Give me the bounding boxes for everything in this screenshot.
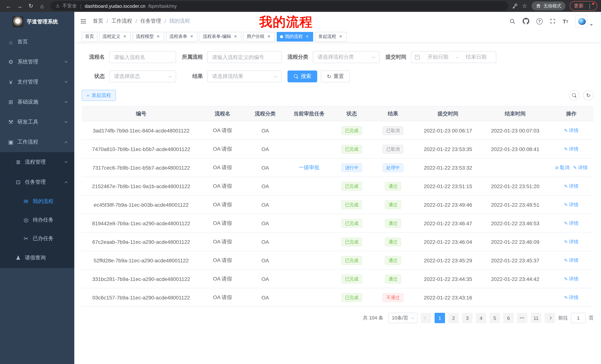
filter-status: 状态 请选择状态 — [82, 70, 176, 82]
prev-page-button[interactable] — [421, 313, 431, 323]
detail-link[interactable]: ✎详情 — [564, 146, 579, 152]
goto-page-input[interactable] — [571, 313, 586, 323]
page-button-2[interactable]: 2 — [448, 313, 459, 323]
close-icon[interactable]: × — [305, 34, 310, 39]
status-select[interactable]: 请选择状态 — [109, 70, 176, 82]
detail-link[interactable]: ✎详情 — [564, 257, 579, 264]
browser-menu-kebab-icon[interactable]: ⋮ — [587, 3, 593, 9]
sidebar-item-process-management[interactable]: ≣ 流程管理 — [0, 152, 74, 172]
detail-link[interactable]: ✎详情 — [564, 183, 579, 189]
incognito-badge: 无痕模式 — [531, 1, 565, 10]
breadcrumb-workflow[interactable]: 工作流程 — [111, 18, 132, 25]
sidebar-item-payment-management[interactable]: ¥ 支付管理 — [0, 72, 74, 92]
github-icon[interactable] — [522, 18, 529, 25]
page-button-5[interactable]: 5 — [490, 313, 500, 323]
user-menu[interactable] — [575, 15, 593, 28]
page-size-select[interactable]: 10条/页 — [388, 313, 418, 323]
font-size-icon[interactable]: TT — [562, 18, 568, 24]
close-icon[interactable]: × — [233, 34, 238, 39]
process-id: 331bc281-7b9a-11ec-a290-acde48001122 — [92, 276, 190, 282]
detail-link[interactable]: ✎详情 — [564, 294, 579, 301]
start-process-button[interactable]: + 发起流程 — [82, 90, 116, 101]
sidebar-item-done-tasks[interactable]: ✂ 已办任务 — [0, 229, 74, 248]
select-placeholder: 请选择流程分类 — [318, 54, 354, 60]
page-content: 流程名 所属流程 流程分类 请选择流程分类 — [74, 43, 601, 364]
tab-process-definition[interactable]: 流程定义 × — [99, 32, 131, 41]
browser-back-icon[interactable]: ← — [4, 1, 13, 11]
search-button[interactable]: 搜索 — [288, 70, 317, 82]
page-button-1[interactable]: 1 — [435, 313, 445, 323]
tab-user-group[interactable]: 用户分组 × — [243, 32, 275, 41]
category-select[interactable]: 请选择流程分类 — [313, 51, 380, 63]
detail-link[interactable]: ✎详情 — [573, 164, 588, 171]
detail-link[interactable]: ✎详情 — [564, 127, 579, 134]
sidebar-item-system-management[interactable]: ⚙ 系统管理 — [0, 52, 74, 72]
detail-link[interactable]: ✎详情 — [564, 276, 579, 282]
sidebar-toggle-icon[interactable] — [80, 18, 87, 25]
bookmark-star-icon[interactable]: ☆ — [522, 3, 527, 9]
page-button-6[interactable]: 6 — [503, 313, 514, 323]
sidebar-item-infrastructure[interactable]: ⊞ 基础设施 — [0, 92, 74, 112]
browser-home-icon[interactable]: ⌂ — [37, 1, 47, 11]
close-icon[interactable]: × — [266, 34, 271, 39]
browser-reload-icon[interactable]: ↻ — [26, 1, 36, 11]
edit-icon: ✎ — [564, 239, 568, 244]
next-page-button[interactable] — [545, 313, 555, 323]
sidebar-item-leave-query[interactable]: ♟ 请假查询 — [0, 248, 74, 268]
cancel-link[interactable]: ⊘取消 — [555, 164, 570, 171]
current-task-link[interactable]: 一级审批 — [299, 164, 320, 170]
fullscreen-icon[interactable] — [550, 18, 555, 24]
page-size-value: 10条/页 — [392, 315, 408, 321]
password-key-icon[interactable] — [512, 3, 518, 9]
browser-update-button[interactable]: 更新 ⋮ — [570, 1, 597, 11]
sidebar-item-task-management[interactable]: ⊡ 任务管理 — [0, 172, 74, 192]
sidebar-item-dev-tools[interactable]: ⚒ 研发工具 — [0, 112, 74, 132]
detail-link[interactable]: ✎详情 — [564, 238, 579, 245]
incognito-label: 无痕模式 — [543, 3, 561, 9]
more-pages-button[interactable]: ••• — [517, 313, 527, 323]
page-button-4[interactable]: 4 — [476, 313, 486, 323]
chevron-left-icon — [424, 316, 427, 320]
update-notification-dot — [592, 3, 594, 5]
close-icon[interactable]: × — [156, 34, 161, 39]
browser-forward-icon[interactable]: → — [15, 1, 25, 11]
result-select[interactable]: 请选择流结果 — [207, 70, 281, 82]
page-button-3[interactable]: 3 — [462, 313, 472, 323]
refresh-button[interactable]: ↻ — [583, 90, 594, 101]
sidebar-item-home[interactable]: ⌂ 首页 — [0, 32, 74, 52]
breadcrumb-task-management[interactable]: 任务管理 — [140, 18, 161, 25]
reset-button[interactable]: ↻ 重置 — [321, 70, 350, 82]
result-tag: 通过 — [385, 219, 401, 228]
tab-process-form[interactable]: 流程表单 × — [166, 32, 198, 41]
browser-actions: ☆ 无痕模式 更新 ⋮ — [512, 1, 597, 11]
toggle-search-button[interactable] — [569, 90, 580, 101]
process-definition-input[interactable] — [207, 51, 281, 63]
close-icon[interactable]: × — [189, 34, 194, 39]
detail-link[interactable]: ✎详情 — [564, 220, 579, 227]
sidebar-item-todo-tasks[interactable]: ◎ 待办任务 — [0, 211, 74, 229]
tab-my-process[interactable]: 我的流程 × — [277, 32, 313, 41]
process-name-input[interactable] — [109, 51, 176, 63]
tab-process-form-edit[interactable]: 流程表单-编辑 × — [200, 32, 241, 41]
process-id: 67c2eaab-7b9a-11ec-a290-acde48001122 — [92, 239, 190, 245]
tab-start-process[interactable]: 发起流程 × — [315, 32, 347, 41]
search-icon[interactable] — [509, 18, 515, 24]
close-icon[interactable]: × — [122, 34, 127, 39]
calendar-icon — [415, 55, 420, 59]
tab-home[interactable]: 首页 — [82, 32, 97, 41]
address-bar[interactable]: ⚠ 不安全 | dashboard.yudao.iocoder.cn/bpm/t… — [50, 1, 508, 11]
sidebar-item-workflow[interactable]: ▣ 工作流程 — [0, 132, 74, 152]
process-category: OA — [261, 183, 269, 189]
detail-link[interactable]: ✎详情 — [564, 201, 579, 208]
tab-process-model[interactable]: 流程模型 × — [133, 32, 164, 41]
sidebar-item-my-process[interactable]: ✉ 我的流程 — [0, 192, 74, 211]
date-range-picker[interactable]: 开始日期 - 结束日期 — [411, 51, 496, 63]
help-icon[interactable]: ? — [536, 18, 542, 24]
close-icon[interactable]: × — [338, 34, 343, 39]
process-category: OA — [261, 239, 269, 245]
breadcrumb-home[interactable]: 首页 — [93, 18, 103, 25]
avatar[interactable] — [575, 15, 588, 28]
app-logo[interactable]: 芋道管理系统 — [0, 12, 74, 32]
page-button-11[interactable]: 11 — [531, 313, 541, 323]
filter-submit-time: 提交时间 开始日期 - 结束日期 — [386, 51, 496, 63]
